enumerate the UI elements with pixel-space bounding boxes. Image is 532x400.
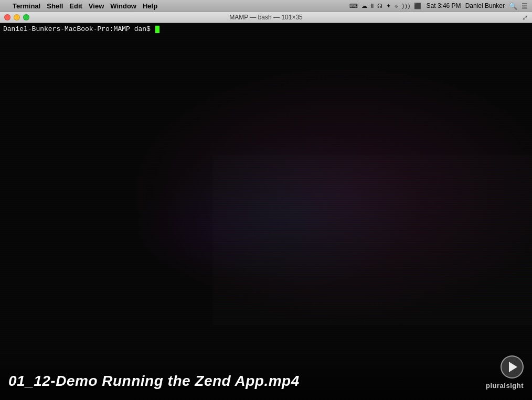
brand-name: pluralsight xyxy=(486,382,524,390)
titlebar: MAMP — bash — 101×35 ⤢ xyxy=(0,12,532,23)
app-name[interactable]: Terminal xyxy=(13,2,40,10)
close-button[interactable] xyxy=(4,14,10,20)
list-icon[interactable]: ☰ xyxy=(522,2,528,10)
terminal-text-area: Daniel-Bunkers-MacBook-Pro:MAMP dan$ xyxy=(3,25,529,34)
menu-icons: ⌨ ☁ Ⅱ ☊ ✦ ⟐ ))) ⬛ xyxy=(349,3,422,9)
menu-time: Sat 3:46 PM xyxy=(427,2,461,9)
menu-shell[interactable]: Shell xyxy=(47,2,63,10)
pluralsight-logo: pluralsight xyxy=(486,355,524,390)
search-icon[interactable]: 🔍 xyxy=(509,2,517,10)
maximize-button[interactable] xyxy=(23,14,29,20)
prompt-text: Daniel-Bunkers-MacBook-Pro:MAMP dan$ xyxy=(3,25,155,34)
terminal-content[interactable]: Daniel-Bunkers-MacBook-Pro:MAMP dan$ 01_… xyxy=(0,23,532,400)
play-button[interactable] xyxy=(501,355,524,379)
terminal-window: MAMP — bash — 101×35 ⤢ Daniel-Bunkers-Ma… xyxy=(0,12,532,400)
menu-edit[interactable]: Edit xyxy=(69,2,82,10)
menu-view[interactable]: View xyxy=(89,2,104,10)
menu-user: Daniel Bunker xyxy=(465,2,505,9)
zoom-icon[interactable]: ⤢ xyxy=(522,14,528,21)
video-title: 01_12-Demo Running the Zend App.mp4 xyxy=(8,373,300,390)
menubar: Terminal Shell Edit View Window Help ⌨ ☁… xyxy=(0,0,532,12)
menubar-right: ⌨ ☁ Ⅱ ☊ ✦ ⟐ ))) ⬛ Sat 3:46 PM Daniel Bun… xyxy=(349,2,528,10)
window-title: MAMP — bash — 101×35 xyxy=(229,14,303,21)
play-icon xyxy=(509,362,517,372)
window-controls xyxy=(4,14,29,20)
menu-window[interactable]: Window xyxy=(110,2,136,10)
minimize-button[interactable] xyxy=(14,14,20,20)
terminal-cursor xyxy=(155,26,159,33)
menu-help[interactable]: Help xyxy=(143,2,157,10)
prompt-line: Daniel-Bunkers-MacBook-Pro:MAMP dan$ xyxy=(3,25,529,34)
noise-overlay xyxy=(213,155,532,325)
video-overlay: 01_12-Demo Running the Zend App.mp4 plur… xyxy=(0,349,532,400)
